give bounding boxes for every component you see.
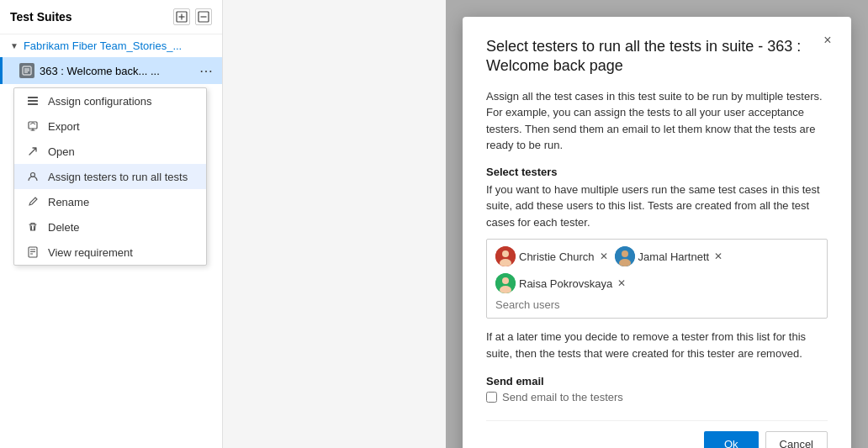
send-email-checkbox[interactable]: [486, 392, 497, 403]
tester-avatar-rp: [495, 273, 516, 293]
tester-remove-jh[interactable]: ✕: [714, 250, 722, 262]
tree-chevron-icon: ▼: [10, 41, 19, 50]
export-icon: [26, 119, 40, 133]
send-email-label[interactable]: Send email to the testers: [502, 391, 623, 403]
sidebar-title: Test Suites: [10, 10, 72, 24]
svg-rect-10: [28, 100, 38, 102]
menu-view-req-label: View requirement: [48, 246, 133, 259]
team-label: Fabrikam Fiber Team_Stories_...: [24, 40, 182, 52]
tester-name-cc: Christie Church: [519, 250, 595, 263]
add-suite-button[interactable]: [173, 8, 190, 25]
menu-item-export[interactable]: Export: [14, 113, 206, 139]
suite-item-more-button[interactable]: ⋯: [197, 61, 215, 80]
menu-item-delete[interactable]: Delete: [14, 214, 206, 240]
tester-chip-cc: Christie Church ✕: [495, 246, 608, 266]
menu-assign-config-label: Assign configurations: [48, 95, 152, 108]
delete-icon: [26, 220, 40, 234]
modal-overlay: × Select testers to run all the tests in…: [446, 0, 868, 448]
menu-item-assign-config[interactable]: Assign configurations: [14, 88, 206, 113]
modal-description: Assign all the test cases in this test s…: [486, 88, 828, 154]
send-email-title: Send email: [486, 375, 828, 387]
ok-button[interactable]: Ok: [704, 431, 759, 448]
open-icon: [26, 145, 40, 158]
menu-rename-label: Rename: [48, 196, 89, 208]
testers-box[interactable]: Christie Church ✕ Jamal Hartnett: [486, 239, 828, 319]
sidebar-header-icons: [173, 8, 212, 25]
menu-delete-label: Delete: [48, 221, 80, 234]
testers-row: Christie Church ✕ Jamal Hartnett: [495, 246, 818, 293]
menu-item-rename[interactable]: Rename: [14, 189, 206, 214]
menu-export-label: Export: [48, 120, 80, 133]
main-area: × Select testers to run all the tests in…: [223, 0, 868, 448]
tester-name-jh: Jamal Hartnett: [638, 250, 710, 263]
svg-point-22: [622, 250, 628, 257]
modal-close-button[interactable]: ×: [818, 30, 838, 50]
modal: × Select testers to run all the tests in…: [463, 17, 851, 448]
sidebar: Test Suites ▼ Fabrikam Fiber Team_Storie…: [0, 0, 223, 448]
svg-rect-11: [28, 103, 38, 105]
suite-item[interactable]: 363 : Welcome back... ... ⋯: [0, 57, 222, 84]
svg-rect-9: [28, 97, 38, 98]
select-testers-title: Select testers: [486, 166, 828, 178]
team-tree-item[interactable]: ▼ Fabrikam Fiber Team_Stories_...: [0, 34, 222, 57]
menu-item-assign-testers[interactable]: Assign testers to run all tests: [14, 164, 206, 189]
menu-assign-testers-label: Assign testers to run all tests: [48, 171, 188, 183]
send-email-row: Send email to the testers: [486, 391, 828, 403]
sidebar-header: Test Suites: [0, 0, 222, 34]
tester-remove-cc[interactable]: ✕: [600, 250, 608, 262]
assign-config-icon: [26, 94, 40, 108]
tester-name-rp: Raisa Pokrovskaya: [519, 277, 612, 290]
view-req-icon: [26, 245, 40, 259]
tester-avatar-jh: [615, 246, 635, 266]
menu-item-open[interactable]: Open: [14, 139, 206, 164]
tester-remove-rp[interactable]: ✕: [617, 277, 626, 289]
tester-avatar-cc: [495, 246, 516, 266]
menu-open-label: Open: [48, 145, 75, 158]
assign-testers-icon: [26, 170, 40, 183]
search-users-input[interactable]: [495, 298, 596, 311]
remove-warning: If at a later time you decide to remove …: [486, 329, 828, 361]
modal-footer: Ok Cancel: [486, 420, 828, 448]
collapse-suite-button[interactable]: [195, 8, 212, 25]
suite-item-label: 363 : Welcome back... ...: [40, 65, 197, 77]
menu-item-view-req[interactable]: View requirement: [14, 240, 206, 265]
tester-chip-rp: Raisa Pokrovskaya ✕: [495, 273, 626, 293]
svg-point-19: [502, 250, 509, 257]
svg-point-25: [502, 277, 509, 284]
suite-item-icon: [19, 63, 34, 78]
rename-icon: [26, 195, 40, 208]
tester-chip-jh: Jamal Hartnett ✕: [615, 246, 723, 266]
cancel-button[interactable]: Cancel: [765, 431, 828, 448]
select-testers-desc: If you want to have multiple users run t…: [486, 182, 828, 231]
modal-title: Select testers to run all the tests in s…: [486, 37, 828, 76]
send-email-section: Send email Send email to the testers: [486, 375, 828, 403]
context-menu: Assign configurations Export Open: [13, 87, 207, 266]
